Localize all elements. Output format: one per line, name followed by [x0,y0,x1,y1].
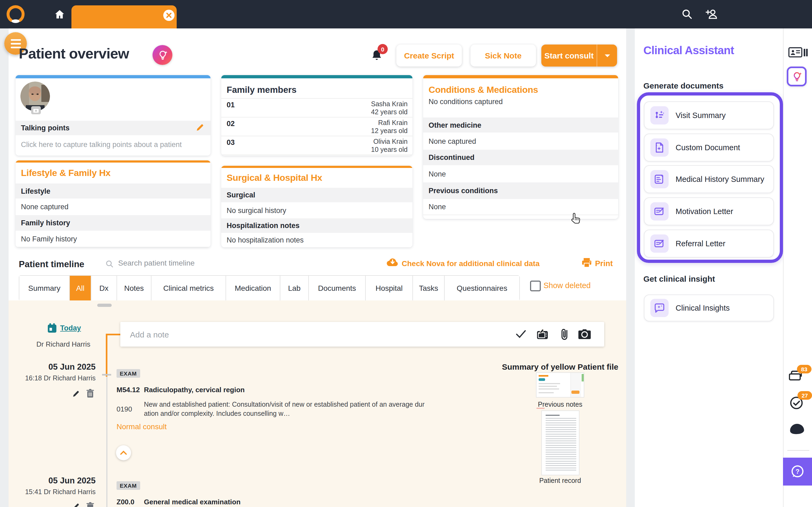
icon-rail [783,29,812,507]
timeline-search-input[interactable] [117,258,280,268]
print-label[interactable]: Print [595,259,613,268]
timeline-line-orange [106,334,107,377]
close-tab-icon[interactable] [163,10,174,21]
mouse-cursor [569,213,581,225]
entry-date: 05 Jun 2025 [20,362,96,372]
assistant-title: Clinical Assistant [643,44,734,57]
patient-card-rail-icon[interactable] [789,47,808,58]
underline-mark [537,408,545,409]
help-question-icon: ? [790,464,805,479]
delete-entry-trash-icon[interactable] [87,389,94,398]
print-icon[interactable] [581,258,592,268]
tab-medication[interactable]: Medication [226,276,280,300]
home-icon[interactable] [54,9,65,20]
conditions-title: Conditions & Medications [423,78,618,98]
start-consult-dropdown[interactable] [597,53,617,58]
custom-document-button[interactable]: Custom Document [644,133,774,162]
conditions-medications-card: Conditions & Medications No conditions c… [423,75,618,219]
hamburger-icon [10,39,21,41]
section-value: No hospitalization notes [221,233,412,247]
section-value: None captured [423,132,618,150]
add-patient-icon[interactable] [704,8,719,20]
tab-tasks[interactable]: Tasks [413,276,445,300]
family-member-row[interactable]: 03 Olivia Krain10 years old [221,136,412,155]
card-accent [15,75,210,78]
talking-points-placeholder[interactable]: Click here to capture talking points abo… [21,140,182,149]
timeline-title: Patient timeline [19,259,84,269]
clinical-insights-button[interactable]: Clinical Insights [644,294,774,321]
attachment-paperclip-icon[interactable] [560,327,569,341]
ai-bulb-icon [790,70,803,83]
edit-pencil-icon[interactable] [196,123,204,132]
generate-documents-heading: Generate documents [643,81,723,90]
entry-date: 05 Jun 2025 [20,476,96,486]
add-note-input[interactable] [129,329,507,339]
scrollbar-thumb[interactable] [97,304,112,307]
section-value: None [423,165,618,182]
card-accent [15,160,210,163]
visit-summary-button[interactable]: Visit Summary [644,101,774,129]
tab-lab[interactable]: Lab [280,276,309,300]
section-header: Discontinued [423,150,618,165]
edit-entry-pencil-icon[interactable] [71,502,80,507]
add-note-box [120,322,604,347]
sick-note-button[interactable]: Sick Note [470,45,536,66]
collapse-entry-button[interactable] [116,445,131,460]
svg-text:?: ? [796,468,800,475]
top-bar [0,0,812,29]
section-header: Family history [15,215,210,231]
family-member-row[interactable]: 01 Sasha Krain42 years old [221,98,412,117]
assistant-rail-toggle[interactable] [787,66,807,87]
show-deleted-checkbox[interactable] [530,281,541,291]
lifestyle-card: Lifestyle & Family Hx Lifestyle None cap… [15,160,210,247]
talking-points-label: Talking points [15,124,69,132]
tab-dx[interactable]: Dx [91,276,117,300]
tab-all[interactable]: All [70,276,91,300]
collapse-handle[interactable] [102,374,111,376]
card-accent [221,75,412,78]
consult-type-link[interactable]: Normal consult [116,422,167,431]
section-header: Lifestyle [15,183,210,199]
visit-summary-icon [650,106,669,124]
drawing-tablet-icon[interactable] [537,328,548,340]
motivation-letter-button[interactable]: Motivation Letter [644,198,774,225]
app-logo-icon[interactable] [5,3,26,25]
patient-tab[interactable] [71,5,177,29]
clinical-insight-heading: Get clinical insight [643,274,715,283]
medical-history-summary-button[interactable]: Medical History Summary [644,165,774,193]
change-photo-camera-icon[interactable] [31,106,41,114]
tab-questionnaires[interactable]: Questionnaires [445,276,519,300]
camera-icon[interactable] [578,329,591,340]
proc-code: 0190 [116,405,132,413]
today-link[interactable]: Today [60,324,81,332]
tab-hospital[interactable]: Hospital [366,276,413,300]
confirm-check-icon[interactable] [516,329,526,339]
section-value: No surgical history [221,202,412,218]
patient-card: Talking points Click here to capture tal… [15,75,210,156]
section-value: None captured [15,199,210,215]
show-deleted-label[interactable]: Show deleted [544,281,591,290]
previous-notes-thumbnail[interactable] [536,372,584,398]
tab-notes[interactable]: Notes [117,276,151,300]
entry-type-badge: EXAM [116,369,140,378]
help-button[interactable]: ? [783,458,812,486]
ai-assistant-bulb-icon[interactable] [153,45,172,65]
tab-documents[interactable]: Documents [309,276,366,300]
dx-code: M54.12 [116,386,140,394]
chevron-down-icon [604,53,610,58]
family-member-row[interactable]: 02 Rafi Krain12 years old [221,117,412,136]
patient-record-thumbnail[interactable] [541,410,579,475]
start-consult-button[interactable]: Start consult [541,45,617,66]
check-nova-link[interactable]: Check Nova for additional clinical data [402,259,540,268]
section-header: Hospitalization notes [221,218,412,233]
edit-entry-pencil-icon[interactable] [71,390,80,398]
create-script-button[interactable]: Create Script [396,45,462,66]
section-value: None [423,199,618,215]
timeline-tabs: Summary All Dx Notes Clinical metrics Me… [19,275,520,301]
search-icon[interactable] [681,8,693,20]
section-header: Surgical [221,188,412,202]
tab-summary[interactable]: Summary [19,276,70,300]
tab-clinical-metrics[interactable]: Clinical metrics [151,276,226,300]
referral-letter-button[interactable]: Referral Letter [644,230,774,258]
delete-entry-trash-icon[interactable] [87,502,94,507]
